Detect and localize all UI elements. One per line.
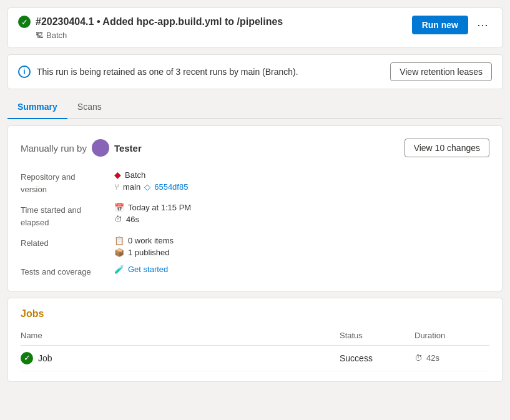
duration-clock-icon: ⏱	[414, 353, 423, 363]
col-duration: Duration	[414, 328, 489, 346]
retention-banner: i This run is being retained as one of 3…	[7, 54, 503, 89]
view-retention-leases-button[interactable]: View retention leases	[390, 62, 492, 81]
header-left: ✓ #20230404.1 • Added hpc-app.build.yml …	[18, 16, 283, 40]
job-name-cell: ✓ Job	[21, 345, 340, 371]
batch-icon: 🏗	[36, 31, 43, 40]
duration-value: 42s	[426, 353, 439, 363]
pipeline-success-icon: ✓	[18, 16, 31, 28]
col-status: Status	[340, 328, 414, 346]
user-name: Tester	[114, 143, 142, 154]
test-icon: 🧪	[114, 265, 124, 274]
repo-label: Repository andversion	[21, 170, 114, 195]
branch-icon: ⑂	[114, 182, 119, 192]
get-started-link[interactable]: Get started	[128, 265, 168, 274]
summary-card: Manually run by Tester View 10 changes R…	[7, 125, 503, 291]
page-title: #20230404.1 • Added hpc-app.build.yml to…	[36, 16, 283, 27]
jobs-title: Jobs	[21, 308, 489, 320]
table-row[interactable]: ✓ Job Success ⏱ 42s	[21, 345, 489, 371]
repo-name-row: ◆ Batch	[114, 170, 489, 180]
job-success-icon: ✓	[21, 352, 33, 364]
view-changes-button[interactable]: View 10 changes	[405, 139, 489, 157]
repo-diamond-icon: ◆	[114, 170, 121, 180]
time-value: 📅 Today at 1:15 PM ⏱ 46s	[114, 203, 489, 228]
job-duration-cell: ⏱ 42s	[414, 345, 489, 371]
manually-run-left: Manually run by Tester	[21, 139, 142, 157]
run-new-button[interactable]: Run new	[412, 16, 468, 34]
job-status-cell: Success	[340, 345, 414, 371]
info-icon: i	[18, 66, 31, 78]
col-name: Name	[21, 328, 340, 346]
tests-label: Tests and coverage	[21, 265, 114, 278]
job-name: Job	[38, 353, 52, 363]
time-started: Today at 1:15 PM	[128, 203, 191, 212]
commit-icon: ◇	[144, 182, 150, 192]
header-subtitle: 🏗 Batch	[18, 31, 283, 40]
retention-left: i This run is being retained as one of 3…	[18, 66, 298, 78]
page-container: ✓ #20230404.1 • Added hpc-app.build.yml …	[0, 0, 510, 389]
tests-value: 🧪 Get started	[114, 265, 489, 278]
retention-message: This run is being retained as one of 3 r…	[37, 67, 298, 77]
time-label: Time started andelapsed	[21, 203, 114, 228]
header-card: ✓ #20230404.1 • Added hpc-app.build.yml …	[7, 7, 503, 48]
tab-summary[interactable]: Summary	[7, 95, 67, 119]
branch-row: ⑂ main ◇ 6554df85	[114, 182, 489, 192]
tabs-row: Summary Scans	[7, 95, 503, 119]
jobs-table: Name Status Duration ✓ Job Success ⏱ 42s	[21, 328, 489, 371]
details-grid: Repository andversion ◆ Batch ⑂ main ◇ 6…	[21, 170, 489, 278]
published-icon: 📦	[114, 248, 124, 257]
jobs-card: Jobs Name Status Duration ✓ Job Success …	[7, 298, 503, 382]
related-value: 📋 0 work items 📦 1 published	[114, 236, 489, 257]
get-started-row: 🧪 Get started	[114, 265, 489, 274]
work-items-icon: 📋	[114, 236, 124, 245]
header-title-row: ✓ #20230404.1 • Added hpc-app.build.yml …	[18, 16, 283, 28]
jobs-table-header: Name Status Duration	[21, 328, 489, 346]
elapsed-row: ⏱ 46s	[114, 215, 489, 224]
work-items-row: 📋 0 work items	[114, 236, 489, 245]
manually-run-row: Manually run by Tester View 10 changes	[21, 139, 489, 157]
avatar	[92, 139, 109, 157]
published-row: 📦 1 published	[114, 248, 489, 257]
calendar-icon: 📅	[114, 203, 124, 212]
tab-scans[interactable]: Scans	[67, 95, 112, 119]
header-actions: Run new ⋯	[412, 16, 492, 34]
more-options-button[interactable]: ⋯	[473, 16, 492, 34]
time-started-row: 📅 Today at 1:15 PM	[114, 203, 489, 212]
clock-icon: ⏱	[114, 215, 122, 224]
manually-run-label: Manually run by	[21, 143, 87, 154]
related-label: Related	[21, 236, 114, 257]
commit-hash: 6554df85	[154, 182, 188, 192]
repo-value: ◆ Batch ⑂ main ◇ 6554df85	[114, 170, 489, 195]
